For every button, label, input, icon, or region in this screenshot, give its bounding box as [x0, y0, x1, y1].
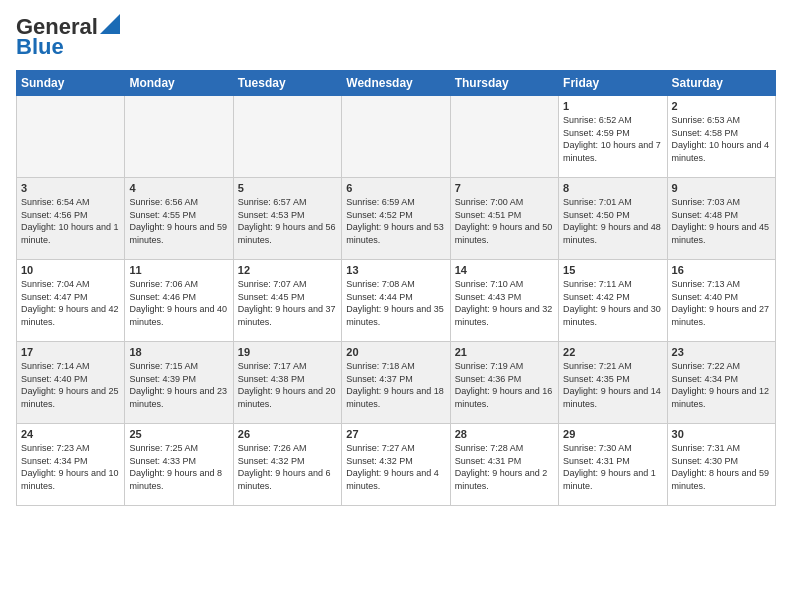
day-info: Sunrise: 7:11 AM Sunset: 4:42 PM Dayligh… [563, 278, 662, 328]
calendar-cell: 13Sunrise: 7:08 AM Sunset: 4:44 PM Dayli… [342, 260, 450, 342]
day-number: 19 [238, 346, 337, 358]
logo-blue-text: Blue [16, 36, 64, 58]
day-number: 10 [21, 264, 120, 276]
calendar-cell: 7Sunrise: 7:00 AM Sunset: 4:51 PM Daylig… [450, 178, 558, 260]
day-info: Sunrise: 7:22 AM Sunset: 4:34 PM Dayligh… [672, 360, 771, 410]
day-number: 9 [672, 182, 771, 194]
calendar-cell: 16Sunrise: 7:13 AM Sunset: 4:40 PM Dayli… [667, 260, 775, 342]
weekday-header-sunday: Sunday [17, 71, 125, 96]
day-number: 24 [21, 428, 120, 440]
page-header: General Blue [16, 16, 776, 58]
calendar-cell: 2Sunrise: 6:53 AM Sunset: 4:58 PM Daylig… [667, 96, 775, 178]
calendar-cell: 18Sunrise: 7:15 AM Sunset: 4:39 PM Dayli… [125, 342, 233, 424]
day-info: Sunrise: 7:28 AM Sunset: 4:31 PM Dayligh… [455, 442, 554, 492]
day-number: 25 [129, 428, 228, 440]
day-info: Sunrise: 7:15 AM Sunset: 4:39 PM Dayligh… [129, 360, 228, 410]
calendar-cell [17, 96, 125, 178]
weekday-header-tuesday: Tuesday [233, 71, 341, 96]
calendar-cell [125, 96, 233, 178]
calendar-cell: 23Sunrise: 7:22 AM Sunset: 4:34 PM Dayli… [667, 342, 775, 424]
day-info: Sunrise: 7:31 AM Sunset: 4:30 PM Dayligh… [672, 442, 771, 492]
calendar-cell: 1Sunrise: 6:52 AM Sunset: 4:59 PM Daylig… [559, 96, 667, 178]
day-number: 5 [238, 182, 337, 194]
weekday-header-thursday: Thursday [450, 71, 558, 96]
calendar-cell: 29Sunrise: 7:30 AM Sunset: 4:31 PM Dayli… [559, 424, 667, 506]
day-info: Sunrise: 7:07 AM Sunset: 4:45 PM Dayligh… [238, 278, 337, 328]
svg-marker-0 [100, 14, 120, 34]
weekday-header-monday: Monday [125, 71, 233, 96]
day-info: Sunrise: 7:10 AM Sunset: 4:43 PM Dayligh… [455, 278, 554, 328]
day-info: Sunrise: 7:18 AM Sunset: 4:37 PM Dayligh… [346, 360, 445, 410]
day-number: 15 [563, 264, 662, 276]
calendar-cell: 20Sunrise: 7:18 AM Sunset: 4:37 PM Dayli… [342, 342, 450, 424]
day-number: 12 [238, 264, 337, 276]
day-number: 22 [563, 346, 662, 358]
day-number: 28 [455, 428, 554, 440]
calendar-cell: 15Sunrise: 7:11 AM Sunset: 4:42 PM Dayli… [559, 260, 667, 342]
day-info: Sunrise: 7:27 AM Sunset: 4:32 PM Dayligh… [346, 442, 445, 492]
calendar-cell: 26Sunrise: 7:26 AM Sunset: 4:32 PM Dayli… [233, 424, 341, 506]
day-info: Sunrise: 6:53 AM Sunset: 4:58 PM Dayligh… [672, 114, 771, 164]
logo-arrow-icon [100, 14, 120, 34]
calendar-cell [233, 96, 341, 178]
weekday-header-wednesday: Wednesday [342, 71, 450, 96]
day-number: 6 [346, 182, 445, 194]
day-info: Sunrise: 6:57 AM Sunset: 4:53 PM Dayligh… [238, 196, 337, 246]
weekday-header-friday: Friday [559, 71, 667, 96]
day-number: 20 [346, 346, 445, 358]
day-info: Sunrise: 6:54 AM Sunset: 4:56 PM Dayligh… [21, 196, 120, 246]
week-row-1: 1Sunrise: 6:52 AM Sunset: 4:59 PM Daylig… [17, 96, 776, 178]
day-info: Sunrise: 7:17 AM Sunset: 4:38 PM Dayligh… [238, 360, 337, 410]
weekday-header-row: SundayMondayTuesdayWednesdayThursdayFrid… [17, 71, 776, 96]
day-info: Sunrise: 6:59 AM Sunset: 4:52 PM Dayligh… [346, 196, 445, 246]
calendar-cell: 24Sunrise: 7:23 AM Sunset: 4:34 PM Dayli… [17, 424, 125, 506]
calendar-table: SundayMondayTuesdayWednesdayThursdayFrid… [16, 70, 776, 506]
day-info: Sunrise: 6:56 AM Sunset: 4:55 PM Dayligh… [129, 196, 228, 246]
week-row-3: 10Sunrise: 7:04 AM Sunset: 4:47 PM Dayli… [17, 260, 776, 342]
day-info: Sunrise: 7:19 AM Sunset: 4:36 PM Dayligh… [455, 360, 554, 410]
day-number: 13 [346, 264, 445, 276]
day-number: 3 [21, 182, 120, 194]
day-info: Sunrise: 7:21 AM Sunset: 4:35 PM Dayligh… [563, 360, 662, 410]
calendar-cell: 14Sunrise: 7:10 AM Sunset: 4:43 PM Dayli… [450, 260, 558, 342]
day-info: Sunrise: 7:04 AM Sunset: 4:47 PM Dayligh… [21, 278, 120, 328]
calendar-cell: 11Sunrise: 7:06 AM Sunset: 4:46 PM Dayli… [125, 260, 233, 342]
day-number: 1 [563, 100, 662, 112]
day-number: 8 [563, 182, 662, 194]
calendar-cell: 28Sunrise: 7:28 AM Sunset: 4:31 PM Dayli… [450, 424, 558, 506]
calendar-cell: 22Sunrise: 7:21 AM Sunset: 4:35 PM Dayli… [559, 342, 667, 424]
day-number: 29 [563, 428, 662, 440]
day-number: 27 [346, 428, 445, 440]
day-number: 26 [238, 428, 337, 440]
calendar-cell: 30Sunrise: 7:31 AM Sunset: 4:30 PM Dayli… [667, 424, 775, 506]
day-number: 18 [129, 346, 228, 358]
day-number: 23 [672, 346, 771, 358]
day-info: Sunrise: 7:01 AM Sunset: 4:50 PM Dayligh… [563, 196, 662, 246]
logo: General Blue [16, 16, 120, 58]
calendar-cell: 5Sunrise: 6:57 AM Sunset: 4:53 PM Daylig… [233, 178, 341, 260]
calendar-cell: 27Sunrise: 7:27 AM Sunset: 4:32 PM Dayli… [342, 424, 450, 506]
calendar-cell [342, 96, 450, 178]
calendar-cell: 10Sunrise: 7:04 AM Sunset: 4:47 PM Dayli… [17, 260, 125, 342]
day-info: Sunrise: 7:25 AM Sunset: 4:33 PM Dayligh… [129, 442, 228, 492]
calendar-cell: 12Sunrise: 7:07 AM Sunset: 4:45 PM Dayli… [233, 260, 341, 342]
day-info: Sunrise: 7:06 AM Sunset: 4:46 PM Dayligh… [129, 278, 228, 328]
calendar-cell: 4Sunrise: 6:56 AM Sunset: 4:55 PM Daylig… [125, 178, 233, 260]
day-number: 16 [672, 264, 771, 276]
week-row-2: 3Sunrise: 6:54 AM Sunset: 4:56 PM Daylig… [17, 178, 776, 260]
day-info: Sunrise: 6:52 AM Sunset: 4:59 PM Dayligh… [563, 114, 662, 164]
calendar-cell: 17Sunrise: 7:14 AM Sunset: 4:40 PM Dayli… [17, 342, 125, 424]
day-number: 4 [129, 182, 228, 194]
calendar-cell: 25Sunrise: 7:25 AM Sunset: 4:33 PM Dayli… [125, 424, 233, 506]
day-info: Sunrise: 7:03 AM Sunset: 4:48 PM Dayligh… [672, 196, 771, 246]
day-info: Sunrise: 7:26 AM Sunset: 4:32 PM Dayligh… [238, 442, 337, 492]
calendar-cell: 19Sunrise: 7:17 AM Sunset: 4:38 PM Dayli… [233, 342, 341, 424]
calendar-cell: 6Sunrise: 6:59 AM Sunset: 4:52 PM Daylig… [342, 178, 450, 260]
day-info: Sunrise: 7:23 AM Sunset: 4:34 PM Dayligh… [21, 442, 120, 492]
day-number: 21 [455, 346, 554, 358]
day-info: Sunrise: 7:13 AM Sunset: 4:40 PM Dayligh… [672, 278, 771, 328]
day-info: Sunrise: 7:14 AM Sunset: 4:40 PM Dayligh… [21, 360, 120, 410]
day-number: 7 [455, 182, 554, 194]
day-number: 17 [21, 346, 120, 358]
day-info: Sunrise: 7:08 AM Sunset: 4:44 PM Dayligh… [346, 278, 445, 328]
